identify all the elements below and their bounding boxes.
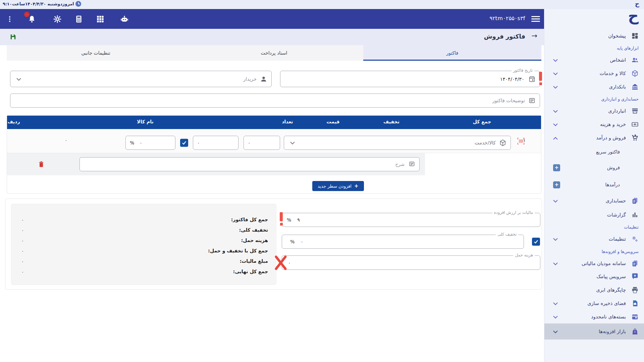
sidebar-item-reports[interactable]: گزارشات (544, 208, 644, 222)
sidebar-section-services-addons: سرویس‌ها و افزونه‌ها (544, 246, 644, 257)
discount-input[interactable]: % ۰ (125, 136, 175, 150)
sidebar-logo-block: ح (544, 9, 644, 29)
add-sale-button[interactable]: + (553, 164, 560, 171)
overall-discount-unit: % (290, 239, 294, 244)
quantity-value: ۰ (248, 140, 251, 145)
overall-discount-checkbox[interactable] (532, 238, 540, 246)
vat-unit: % (287, 217, 291, 223)
sidebar-item-accounting[interactable]: حسابداری (544, 193, 644, 208)
sidebar-item-warehousing[interactable]: انبارداری (544, 104, 644, 118)
datetime-text: امروزدوشنبه ۱۴۰۴/۴/۳۰ساعت۹:۱۰ (3, 1, 74, 6)
invoice-date-label: تاریخ فاکتور (512, 68, 534, 73)
sidebar-section-settings: تنظیمات (544, 222, 644, 232)
chevron-down-icon (553, 121, 558, 128)
sidebar: ح پیشخوان ابزارهای پایه اشخاص کالا و خدم… (544, 9, 644, 362)
apps-grid-icon[interactable] (96, 15, 105, 23)
sidebar-subitem-incomes[interactable]: درآمدها + (544, 176, 644, 193)
price-value: ۰ (197, 140, 200, 145)
cart-icon (631, 134, 639, 141)
items-table-header: ردیف نام کالا تعداد قیمت تخفیف جمع کل (7, 116, 541, 129)
sidebar-item-sales-income[interactable]: فروش و درآمد (544, 131, 644, 144)
discount-value: ۰ (140, 140, 142, 145)
gears-icon (631, 235, 639, 243)
summary-label: تخفیف کلی: (239, 227, 268, 233)
sidebar-item-persons[interactable]: اشخاص (544, 53, 644, 67)
sidebar-item-label: فروش (607, 165, 620, 170)
sidebar-item-sms-service[interactable]: سرویس پیامک (544, 270, 644, 283)
totals-card: جمع کل فاکتور: ۰ تخفیف کلی: ۰ هزینه حمل:… (5, 198, 542, 290)
plus-icon: + (354, 183, 359, 189)
summary-label: جمع کل فاکتور: (231, 217, 268, 222)
barcode-icon[interactable] (517, 137, 525, 146)
tab-side-settings[interactable]: تنظیمات جانبی (7, 45, 185, 61)
save-button[interactable] (9, 33, 17, 41)
col-quantity: تعداد (282, 119, 293, 124)
sidebar-item-goods-services[interactable]: کالا و خدمات (544, 67, 644, 80)
shipping-error-x-mark (274, 255, 288, 272)
sidebar-item-label: چاپگرهای ابری (596, 287, 626, 293)
sidebar-item-unlimited-packages[interactable]: بسته‌های نامحدود (544, 310, 644, 323)
sidebar-section-basic-tools: ابزارهای پایه (544, 43, 644, 53)
add-row-button[interactable]: + افزودن سطر جدید (312, 181, 364, 191)
tab-payment-documents[interactable]: اسناد پرداخت (185, 45, 363, 61)
sidebar-item-label: فاکتور سریع (596, 149, 620, 155)
notification-badge: ۰ (24, 12, 30, 17)
summary-row: جمع کل فاکتور: ۰ (11, 217, 276, 227)
sidebar-item-label: بسته‌های نامحدود (591, 314, 626, 319)
sidebar-item-banking[interactable]: بانکداری (544, 80, 644, 94)
chevron-down-icon (553, 57, 558, 63)
sidebar-section-accounting-warehouse: حسابداری و انبارداری (544, 94, 644, 104)
sidebar-item-addons-market[interactable]: بازار افزونه‌ها (544, 323, 644, 340)
datetime-block: امروزدوشنبه ۱۴۰۴/۴/۳۰ساعت۹:۱۰ (3, 1, 81, 7)
invoice-date-required-marker (539, 72, 542, 85)
product-select[interactable]: کالا/خدمت (284, 136, 511, 150)
sidebar-item-tax-system[interactable]: سامانه مودیان مالیاتی (544, 257, 644, 270)
overall-discount-input[interactable]: تخفیف کلی % ۰ (282, 235, 524, 249)
notes-icon (408, 161, 415, 168)
page-title: فاکتور فروش (484, 33, 525, 40)
invoice-date-field[interactable]: تاریخ فاکتور ۱۴۰۴/۰۴/۳۰ (280, 71, 540, 87)
sidebar-item-cloud-printers[interactable]: چاپگرهای ابری (544, 283, 644, 297)
sidebar-item-label: درآمدها (605, 182, 620, 187)
settings-gear-icon[interactable] (53, 15, 62, 23)
chevron-down-icon (553, 198, 558, 204)
invoice-notes-input[interactable]: توضیحات فاکتور (10, 94, 540, 108)
vat-value: ۹ (297, 217, 300, 223)
vat-input[interactable]: مالیات بر ارزش افزوده % ۹ (282, 213, 540, 227)
delete-row-trash-icon[interactable] (38, 161, 45, 169)
sidebar-item-dashboard[interactable]: پیشخوان (544, 29, 644, 43)
line-total-value: ۰ (59, 138, 73, 143)
chevron-down-icon (553, 108, 558, 114)
chevron-up-icon (553, 135, 558, 141)
summary-label: مبلغ مالیات: (240, 258, 268, 264)
chevron-down-icon (553, 84, 558, 90)
summary-value: ۰ (21, 249, 24, 254)
back-arrow-icon[interactable]: → (531, 32, 537, 40)
col-line-total: جمع کل (473, 119, 491, 124)
tab-bar: فاکتور اسناد پرداخت تنظیمات جانبی (7, 45, 541, 61)
sidebar-subitem-quick-invoice[interactable]: فاکتور سریع (544, 144, 644, 159)
buyer-select[interactable]: خریدار (10, 71, 272, 87)
calendar-icon[interactable] (528, 75, 536, 83)
sidebar-item-settings[interactable]: تنظیمات (544, 232, 644, 246)
shipping-cost-input[interactable]: هزینه حمل ۰ (282, 255, 540, 270)
sidebar-item-label: حسابداری (606, 198, 626, 203)
summary-label: هزینه حمل: (241, 238, 268, 243)
sidebar-toggle-icon[interactable] (531, 16, 540, 22)
price-input[interactable]: ۰ (193, 136, 238, 150)
quantity-input[interactable]: ۰ (244, 136, 280, 150)
box-icon (631, 70, 639, 77)
row-description-input[interactable]: شرح (79, 157, 420, 171)
assistant-robot-icon[interactable] (120, 15, 129, 23)
discount-percent-checkbox[interactable] (180, 139, 188, 147)
add-income-button[interactable]: + (553, 181, 560, 188)
sidebar-item-storage-space[interactable]: فضای ذخیره سازی (544, 297, 644, 310)
tab-invoice[interactable]: فاکتور (363, 45, 541, 61)
sidebar-item-purchase-expense[interactable]: خرید و هزینه (544, 118, 644, 131)
calculator-icon[interactable] (74, 15, 83, 23)
kebab-menu-icon[interactable] (5, 15, 14, 23)
sidebar-subitem-sales[interactable]: فروش + (544, 159, 644, 176)
people-icon (631, 56, 639, 64)
sidebar-item-label: سرویس پیامک (596, 274, 626, 279)
sidebar-item-label: گزارشات (607, 212, 626, 218)
